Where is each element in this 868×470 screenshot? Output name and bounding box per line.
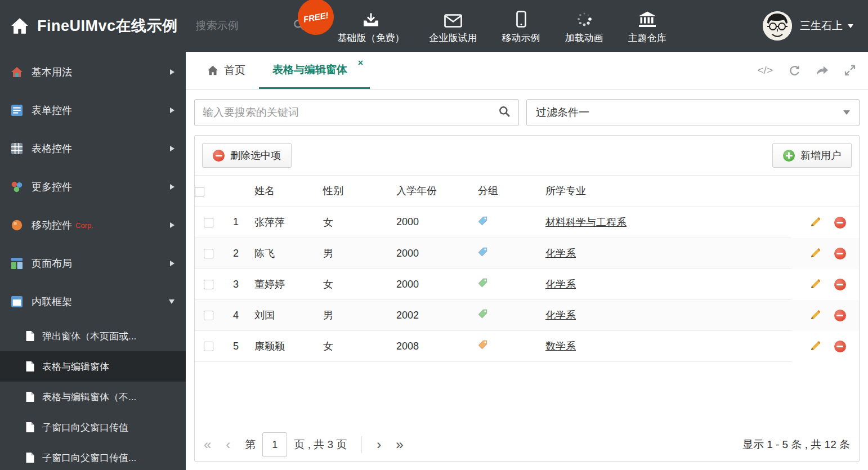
edit-icon[interactable] bbox=[809, 217, 821, 228]
sidebar-subitem-child-to-parent-2[interactable]: 子窗口向父窗口传值... bbox=[0, 442, 186, 470]
pager-first-icon[interactable]: « bbox=[204, 438, 211, 451]
sidebar-item-iframe[interactable]: 内联框架 bbox=[0, 283, 186, 321]
table-row: 3 董婷婷 女 2000 化学系 bbox=[195, 269, 859, 300]
delete-icon[interactable] bbox=[834, 279, 846, 290]
delete-selected-label: 删除选中项 bbox=[230, 149, 281, 162]
user-menu[interactable]: 三生石上 bbox=[763, 11, 853, 41]
cell-gender: 男 bbox=[319, 300, 392, 331]
col-actions bbox=[791, 176, 859, 207]
sidebar-subitem-label: 子窗口向父窗口传值... bbox=[42, 451, 136, 464]
sidebar-item-label: 移动控件 bbox=[32, 218, 72, 232]
filter-dropdown[interactable]: 过滤条件一 bbox=[526, 99, 860, 126]
nav-item-theme-repo[interactable]: 主题仓库 bbox=[628, 7, 666, 44]
nav-label: 移动示例 bbox=[502, 32, 540, 44]
top-header: FineUIMvc在线示例 FREE! 基础版（免费） 企业版试用 移动示例 bbox=[0, 0, 868, 52]
delete-selected-button[interactable]: 删除选中项 bbox=[202, 143, 292, 168]
edit-icon[interactable] bbox=[809, 248, 821, 259]
chevron-right-icon bbox=[170, 146, 175, 151]
sidebar-item-form-controls[interactable]: 表单控件 bbox=[0, 91, 186, 129]
delete-icon[interactable] bbox=[834, 341, 846, 352]
keyword-search-input[interactable] bbox=[203, 106, 493, 119]
row-checkbox[interactable] bbox=[204, 280, 213, 289]
pager-last-icon[interactable]: » bbox=[396, 438, 403, 451]
sidebar-item-mobile-controls[interactable]: 移动控件 Corp. bbox=[0, 206, 186, 244]
page-number-input[interactable] bbox=[262, 432, 287, 457]
pager-summary: 显示 1 - 5 条 , 共 12 条 bbox=[742, 437, 850, 452]
row-checkbox[interactable] bbox=[204, 342, 213, 351]
pager-next-icon[interactable]: › bbox=[377, 438, 381, 451]
cell-name: 陈飞 bbox=[250, 238, 319, 269]
code-icon[interactable]: </> bbox=[758, 64, 773, 77]
row-checkbox[interactable] bbox=[204, 249, 213, 258]
tag-icon bbox=[478, 339, 489, 350]
tab-bar: 首页 表格与编辑窗体 × </> bbox=[186, 52, 868, 89]
tag-icon bbox=[478, 216, 489, 226]
sidebar-item-basic-usage[interactable]: 基本用法 bbox=[0, 53, 186, 91]
tag-icon bbox=[478, 247, 489, 257]
sidebar-item-label: 页面布局 bbox=[32, 257, 72, 270]
nav-item-loading-animation[interactable]: 加载动画 bbox=[565, 7, 603, 44]
sidebar-item-grid-controls[interactable]: 表格控件 bbox=[0, 129, 186, 168]
close-icon[interactable]: × bbox=[358, 59, 363, 68]
nav-item-enterprise-trial[interactable]: 企业版试用 bbox=[429, 7, 477, 44]
sidebar-subitem-grid-edit-window[interactable]: 表格与编辑窗体 bbox=[0, 351, 186, 382]
cell-name: 刘国 bbox=[250, 300, 319, 331]
cell-year: 2000 bbox=[392, 238, 473, 269]
add-user-label: 新增用户 bbox=[800, 149, 841, 162]
file-icon bbox=[26, 392, 34, 402]
row-number: 1 bbox=[222, 207, 250, 238]
tab-grid-edit-window[interactable]: 表格与编辑窗体 × bbox=[259, 52, 370, 89]
chevron-down-icon bbox=[848, 24, 853, 28]
search-icon[interactable] bbox=[498, 105, 511, 120]
add-user-button[interactable]: 新增用户 bbox=[772, 143, 852, 168]
major-link[interactable]: 化学系 bbox=[545, 310, 576, 321]
users-table: 姓名 性别 入学年份 分组 所学专业 1 张萍萍 bbox=[195, 176, 859, 362]
cell-name: 康颖颖 bbox=[250, 331, 319, 362]
table-header-row: 姓名 性别 入学年份 分组 所学专业 bbox=[195, 176, 859, 207]
nav-item-mobile-demo[interactable]: 移动示例 bbox=[502, 7, 540, 44]
mobile-widgets-icon bbox=[11, 220, 23, 231]
major-link[interactable]: 化学系 bbox=[545, 248, 576, 259]
delete-icon[interactable] bbox=[834, 217, 846, 229]
sidebar-subitem-grid-edit-window-2[interactable]: 表格与编辑窗体（不... bbox=[0, 382, 186, 412]
sidebar-subitem-label: 表格与编辑窗体（不... bbox=[42, 391, 136, 404]
tab-home[interactable]: 首页 bbox=[194, 52, 259, 89]
filter-row: 过滤条件一 bbox=[194, 99, 860, 126]
header-search bbox=[196, 19, 305, 33]
sidebar-item-more-controls[interactable]: 更多控件 bbox=[0, 168, 186, 206]
edit-icon[interactable] bbox=[809, 341, 821, 352]
sidebar-item-label: 表单控件 bbox=[32, 104, 72, 117]
row-number: 2 bbox=[222, 238, 250, 269]
bank-icon bbox=[638, 10, 657, 28]
chevron-right-icon bbox=[170, 69, 175, 75]
row-checkbox[interactable] bbox=[204, 311, 213, 320]
col-group: 分组 bbox=[473, 176, 541, 207]
nav-item-basic-free[interactable]: FREE! 基础版（免费） bbox=[338, 7, 405, 44]
avatar[interactable] bbox=[763, 11, 792, 41]
sidebar-subitem-child-to-parent[interactable]: 子窗口向父窗口传值 bbox=[0, 412, 186, 442]
header-search-input[interactable] bbox=[196, 20, 280, 32]
sidebar-subitem-label: 弹出窗体（本页面或... bbox=[42, 330, 136, 343]
edit-icon[interactable] bbox=[809, 279, 821, 290]
widgets-icon bbox=[11, 181, 23, 193]
sidebar-subitem-popup-window[interactable]: 弹出窗体（本页面或... bbox=[0, 321, 186, 351]
col-name: 姓名 bbox=[250, 176, 319, 207]
select-all-checkbox[interactable] bbox=[195, 187, 204, 196]
delete-icon[interactable] bbox=[834, 248, 846, 259]
layout-icon bbox=[11, 258, 23, 269]
download-icon bbox=[363, 10, 379, 28]
row-checkbox[interactable] bbox=[204, 218, 213, 227]
delete-icon[interactable] bbox=[834, 310, 846, 321]
pager-prev-icon[interactable]: ‹ bbox=[226, 438, 230, 451]
major-link[interactable]: 数学系 bbox=[545, 341, 576, 352]
sidebar-item-page-layout[interactable]: 页面布局 bbox=[0, 244, 186, 283]
share-icon[interactable] bbox=[816, 65, 829, 76]
major-link[interactable]: 化学系 bbox=[545, 279, 576, 290]
major-link[interactable]: 材料科学与工程系 bbox=[545, 217, 627, 228]
spinner-icon bbox=[576, 10, 593, 28]
edit-icon[interactable] bbox=[809, 310, 821, 321]
refresh-icon[interactable] bbox=[789, 65, 800, 77]
expand-icon[interactable] bbox=[844, 65, 856, 76]
brand[interactable]: FineUIMvc在线示例 bbox=[10, 16, 178, 36]
table-row: 1 张萍萍 女 2000 材料科学与工程系 bbox=[195, 207, 859, 238]
